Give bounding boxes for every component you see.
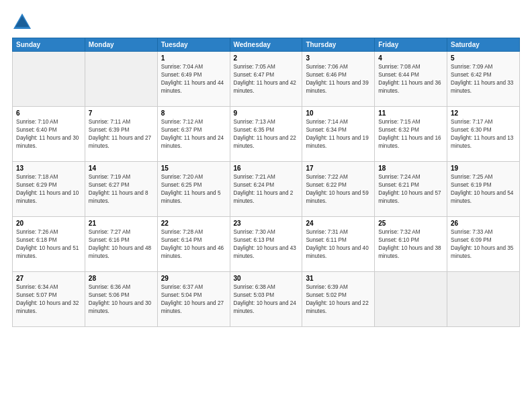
day-number: 23	[234, 220, 299, 227]
day-info: Sunrise: 7:20 AM Sunset: 6:25 PM Dayligh…	[161, 173, 226, 205]
calendar-cell	[13, 52, 85, 107]
calendar-cell: 14Sunrise: 7:19 AM Sunset: 6:27 PM Dayli…	[85, 162, 157, 217]
day-number: 10	[306, 109, 371, 117]
day-info: Sunrise: 7:22 AM Sunset: 6:22 PM Dayligh…	[306, 173, 371, 205]
day-info: Sunrise: 7:21 AM Sunset: 6:24 PM Dayligh…	[234, 173, 299, 205]
day-info: Sunrise: 7:13 AM Sunset: 6:35 PM Dayligh…	[234, 118, 299, 150]
day-info: Sunrise: 7:06 AM Sunset: 6:46 PM Dayligh…	[306, 63, 371, 95]
calendar-table: SundayMondayTuesdayWednesdayThursdayFrid…	[12, 38, 520, 327]
day-number: 22	[161, 220, 226, 227]
calendar-cell: 10Sunrise: 7:14 AM Sunset: 6:34 PM Dayli…	[302, 107, 375, 162]
day-number: 7	[89, 109, 154, 117]
day-number: 25	[378, 220, 443, 227]
day-info: Sunrise: 6:36 AM Sunset: 5:06 PM Dayligh…	[89, 283, 154, 316]
page-header	[12, 12, 520, 31]
day-info: Sunrise: 6:39 AM Sunset: 5:02 PM Dayligh…	[306, 283, 371, 316]
day-number: 29	[161, 275, 226, 282]
day-info: Sunrise: 7:26 AM Sunset: 6:18 PM Dayligh…	[16, 228, 81, 261]
day-header-friday: Friday	[375, 38, 447, 52]
calendar-cell: 27Sunrise: 6:34 AM Sunset: 5:07 PM Dayli…	[13, 272, 85, 327]
calendar-cell: 8Sunrise: 7:12 AM Sunset: 6:37 PM Daylig…	[157, 107, 230, 162]
calendar-cell: 22Sunrise: 7:28 AM Sunset: 6:14 PM Dayli…	[157, 217, 230, 272]
calendar-cell: 9Sunrise: 7:13 AM Sunset: 6:35 PM Daylig…	[230, 107, 302, 162]
calendar-cell: 19Sunrise: 7:25 AM Sunset: 6:19 PM Dayli…	[447, 162, 520, 217]
day-info: Sunrise: 6:34 AM Sunset: 5:07 PM Dayligh…	[16, 283, 81, 316]
logo-icon	[12, 12, 32, 31]
day-number: 6	[16, 109, 81, 117]
day-number: 9	[234, 109, 299, 117]
calendar-cell: 31Sunrise: 6:39 AM Sunset: 5:02 PM Dayli…	[302, 272, 375, 327]
day-number: 26	[451, 220, 516, 227]
calendar-cell	[85, 52, 157, 107]
day-number: 3	[306, 54, 371, 62]
day-number: 31	[306, 275, 371, 282]
calendar-cell: 24Sunrise: 7:31 AM Sunset: 6:11 PM Dayli…	[302, 217, 375, 272]
calendar-cell: 7Sunrise: 7:11 AM Sunset: 6:39 PM Daylig…	[85, 107, 157, 162]
day-number: 28	[89, 275, 154, 282]
day-header-wednesday: Wednesday	[230, 38, 302, 52]
day-info: Sunrise: 7:25 AM Sunset: 6:19 PM Dayligh…	[451, 173, 516, 205]
day-number: 13	[16, 165, 81, 172]
day-number: 27	[16, 275, 81, 282]
day-number: 21	[89, 220, 154, 227]
calendar-cell: 13Sunrise: 7:18 AM Sunset: 6:29 PM Dayli…	[13, 162, 85, 217]
day-number: 4	[378, 54, 443, 62]
day-info: Sunrise: 7:17 AM Sunset: 6:30 PM Dayligh…	[451, 118, 516, 150]
calendar-cell: 12Sunrise: 7:17 AM Sunset: 6:30 PM Dayli…	[447, 107, 520, 162]
day-info: Sunrise: 7:27 AM Sunset: 6:16 PM Dayligh…	[89, 228, 154, 261]
calendar-cell: 4Sunrise: 7:08 AM Sunset: 6:44 PM Daylig…	[375, 52, 447, 107]
day-header-monday: Monday	[85, 38, 157, 52]
calendar-cell: 26Sunrise: 7:33 AM Sunset: 6:09 PM Dayli…	[447, 217, 520, 272]
day-number: 2	[234, 54, 299, 62]
day-info: Sunrise: 7:32 AM Sunset: 6:10 PM Dayligh…	[378, 228, 443, 261]
calendar-cell	[447, 272, 520, 327]
day-info: Sunrise: 7:04 AM Sunset: 6:49 PM Dayligh…	[161, 63, 226, 95]
day-header-sunday: Sunday	[13, 38, 85, 52]
day-info: Sunrise: 7:24 AM Sunset: 6:21 PM Dayligh…	[378, 173, 443, 205]
day-number: 15	[161, 165, 226, 172]
day-number: 11	[378, 109, 443, 117]
day-number: 5	[451, 54, 516, 62]
day-header-thursday: Thursday	[302, 38, 375, 52]
day-info: Sunrise: 7:18 AM Sunset: 6:29 PM Dayligh…	[16, 173, 81, 205]
calendar-cell: 16Sunrise: 7:21 AM Sunset: 6:24 PM Dayli…	[230, 162, 302, 217]
calendar-cell: 15Sunrise: 7:20 AM Sunset: 6:25 PM Dayli…	[157, 162, 230, 217]
day-header-tuesday: Tuesday	[157, 38, 230, 52]
day-info: Sunrise: 7:09 AM Sunset: 6:42 PM Dayligh…	[451, 63, 516, 95]
day-info: Sunrise: 7:33 AM Sunset: 6:09 PM Dayligh…	[451, 228, 516, 261]
day-number: 30	[234, 275, 299, 282]
calendar-cell: 28Sunrise: 6:36 AM Sunset: 5:06 PM Dayli…	[85, 272, 157, 327]
day-header-saturday: Saturday	[447, 38, 520, 52]
day-info: Sunrise: 7:15 AM Sunset: 6:32 PM Dayligh…	[378, 118, 443, 150]
logo	[12, 12, 35, 31]
calendar-cell: 11Sunrise: 7:15 AM Sunset: 6:32 PM Dayli…	[375, 107, 447, 162]
day-info: Sunrise: 7:05 AM Sunset: 6:47 PM Dayligh…	[234, 63, 299, 95]
day-info: Sunrise: 7:31 AM Sunset: 6:11 PM Dayligh…	[306, 228, 371, 261]
day-number: 12	[451, 109, 516, 117]
calendar-cell: 1Sunrise: 7:04 AM Sunset: 6:49 PM Daylig…	[157, 52, 230, 107]
calendar-cell: 23Sunrise: 7:30 AM Sunset: 6:13 PM Dayli…	[230, 217, 302, 272]
day-info: Sunrise: 7:10 AM Sunset: 6:40 PM Dayligh…	[16, 118, 81, 150]
svg-marker-1	[15, 16, 29, 27]
day-number: 1	[161, 54, 226, 62]
day-number: 16	[234, 165, 299, 172]
day-info: Sunrise: 7:14 AM Sunset: 6:34 PM Dayligh…	[306, 118, 371, 150]
calendar-cell: 5Sunrise: 7:09 AM Sunset: 6:42 PM Daylig…	[447, 52, 520, 107]
day-info: Sunrise: 7:28 AM Sunset: 6:14 PM Dayligh…	[161, 228, 226, 261]
day-info: Sunrise: 6:37 AM Sunset: 5:04 PM Dayligh…	[161, 283, 226, 316]
day-info: Sunrise: 7:30 AM Sunset: 6:13 PM Dayligh…	[234, 228, 299, 261]
day-info: Sunrise: 6:38 AM Sunset: 5:03 PM Dayligh…	[234, 283, 299, 316]
day-number: 14	[89, 165, 154, 172]
day-number: 24	[306, 220, 371, 227]
calendar-cell: 3Sunrise: 7:06 AM Sunset: 6:46 PM Daylig…	[302, 52, 375, 107]
day-info: Sunrise: 7:12 AM Sunset: 6:37 PM Dayligh…	[161, 118, 226, 150]
calendar-cell: 17Sunrise: 7:22 AM Sunset: 6:22 PM Dayli…	[302, 162, 375, 217]
calendar-cell: 2Sunrise: 7:05 AM Sunset: 6:47 PM Daylig…	[230, 52, 302, 107]
day-number: 20	[16, 220, 81, 227]
day-number: 17	[306, 165, 371, 172]
calendar-cell	[375, 272, 447, 327]
day-number: 19	[451, 165, 516, 172]
day-info: Sunrise: 7:19 AM Sunset: 6:27 PM Dayligh…	[89, 173, 154, 205]
calendar-cell: 30Sunrise: 6:38 AM Sunset: 5:03 PM Dayli…	[230, 272, 302, 327]
calendar-cell: 6Sunrise: 7:10 AM Sunset: 6:40 PM Daylig…	[13, 107, 85, 162]
